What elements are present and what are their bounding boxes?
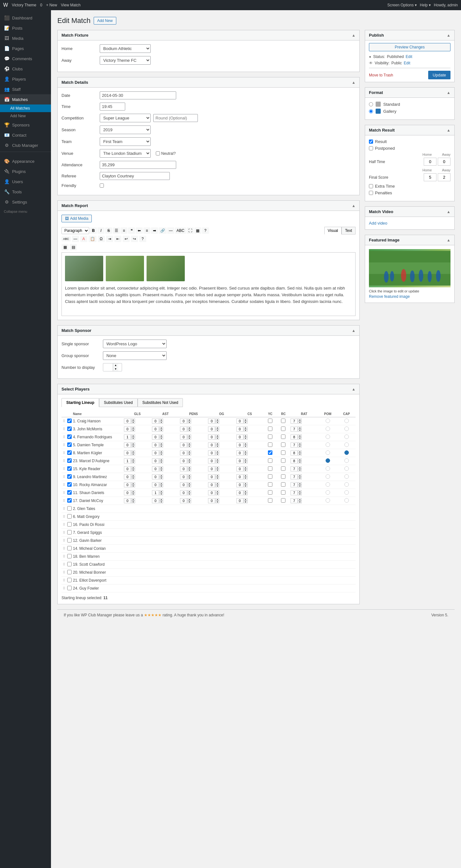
featured-image-toggle[interactable]: ▲ <box>447 238 451 242</box>
sidebar-item-contact[interactable]: 📧 Contact <box>0 130 51 140</box>
date-input[interactable] <box>100 91 176 99</box>
outdent-btn[interactable]: ⇤ <box>114 236 121 242</box>
format-toggle[interactable]: ▲ <box>447 90 451 95</box>
drag-handle[interactable]: ⠿ <box>61 585 67 592</box>
friendly-checkbox[interactable] <box>100 184 104 188</box>
neutral-check[interactable]: Neutral? <box>156 151 176 156</box>
sidebar-item-comments[interactable]: 💬 Comments <box>0 54 51 64</box>
select-players-header[interactable]: Select Players ▲ <box>58 384 359 394</box>
season-select[interactable]: 2019 <box>100 125 151 134</box>
add-video-link[interactable]: Add video <box>369 221 388 225</box>
drag-handle[interactable]: ⠿ <box>61 417 67 425</box>
match-video-toggle[interactable]: ▲ <box>447 210 451 214</box>
paragraph-select[interactable]: Paragraph <box>61 227 89 234</box>
drag-handle[interactable]: ⠿ <box>61 441 67 449</box>
undo-btn[interactable]: ↩ <box>123 236 130 242</box>
drag-handle[interactable]: ⠿ <box>61 513 67 521</box>
venue-select[interactable]: The London Stadium <box>100 149 151 158</box>
drag-handle[interactable]: ⠿ <box>61 545 67 553</box>
drag-handle[interactable]: ⠿ <box>61 449 67 457</box>
drag-handle[interactable]: ⠿ <box>61 505 67 513</box>
player-checkbox[interactable] <box>67 530 72 534</box>
sidebar-item-posts[interactable]: 📝 Posts <box>0 23 51 33</box>
halftime-away-input[interactable] <box>438 158 451 166</box>
drag-handle[interactable]: ⠿ <box>61 561 67 568</box>
extratime-checkbox[interactable] <box>369 184 373 188</box>
away-select[interactable]: Bodium Athletic Victory Theme FC <box>100 56 151 65</box>
player-checkbox[interactable] <box>67 554 72 558</box>
player-checkbox[interactable] <box>67 442 72 447</box>
match-report-toggle[interactable]: ▲ <box>352 204 356 208</box>
player-checkbox[interactable] <box>67 578 72 582</box>
add-new-button[interactable]: Add New <box>94 17 116 25</box>
more-btn[interactable]: — <box>167 227 174 234</box>
sidebar-item-pages[interactable]: 📄 Pages <box>0 43 51 54</box>
visual-tab[interactable]: Visual <box>324 227 341 235</box>
substitutes-not-used-tab[interactable]: Substitutes Not Used <box>137 398 183 407</box>
text-tab[interactable]: Text <box>341 227 356 235</box>
match-fixture-toggle[interactable]: ▲ <box>352 33 356 38</box>
ol-btn[interactable]: ≡ <box>120 227 127 234</box>
match-details-toggle[interactable]: ▲ <box>352 80 356 85</box>
penalties-checkbox[interactable] <box>369 191 373 195</box>
number-display-input[interactable]: ▲ ▼ <box>103 363 122 371</box>
sidebar-item-appearance[interactable]: 🎨 Appearance <box>0 156 51 166</box>
player-checkbox[interactable] <box>67 427 72 431</box>
drag-handle[interactable]: ⠿ <box>61 537 67 545</box>
competition-select[interactable]: Super League <box>100 114 151 122</box>
update-btn[interactable]: Update <box>428 71 451 79</box>
align-right-btn[interactable]: ➡ <box>151 227 158 234</box>
collapse-menu[interactable]: Collapse menu <box>0 207 51 216</box>
player-checkbox[interactable] <box>67 466 72 471</box>
match-result-header[interactable]: Match Result ▲ <box>365 125 454 135</box>
player-checkbox[interactable] <box>67 474 72 479</box>
match-sponsor-toggle[interactable]: ▲ <box>352 329 356 333</box>
toolbar-toggle-btn[interactable]: ▦ <box>194 227 201 234</box>
abc-btn[interactable]: ABC <box>61 236 71 242</box>
status-edit-link[interactable]: Edit <box>405 55 412 59</box>
redo-btn[interactable]: ↪ <box>131 236 138 242</box>
featured-image-header[interactable]: Featured Image ▲ <box>365 235 454 245</box>
sidebar-item-users[interactable]: 👤 Users <box>0 177 51 187</box>
finalscore-away-input[interactable] <box>438 173 451 181</box>
team-select[interactable]: First Team <box>100 137 151 146</box>
align-center-btn[interactable]: ≡ <box>143 227 150 234</box>
number-down-btn[interactable]: ▼ <box>113 367 118 371</box>
match-report-header[interactable]: Match Report ▲ <box>58 201 359 211</box>
format-gallery-radio[interactable] <box>369 109 373 114</box>
sidebar-item-clubmanager[interactable]: ⚙ Club Manager <box>0 140 51 150</box>
ul-btn[interactable]: ☰ <box>113 227 120 234</box>
time-input[interactable] <box>100 102 125 111</box>
sidebar-item-settings[interactable]: ⚙ Settings <box>0 197 51 207</box>
report-editor[interactable]: Lorem ipsum dolor sit amet, consectetur … <box>61 252 356 316</box>
italic-btn[interactable]: I <box>97 227 104 234</box>
drag-handle[interactable]: ⠿ <box>61 433 67 441</box>
player-checkbox[interactable] <box>67 506 72 510</box>
round-input[interactable] <box>153 114 198 122</box>
match-video-header[interactable]: Match Video ▲ <box>365 207 454 217</box>
player-checkbox[interactable] <box>67 546 72 551</box>
sidebar-item-plugins[interactable]: 🔌 Plugins <box>0 166 51 177</box>
home-select[interactable]: Bodium Athletic Victory Theme FC <box>100 44 151 53</box>
fullscreen-btn[interactable]: ⛶ <box>187 227 194 234</box>
drag-handle[interactable]: ⠿ <box>61 473 67 481</box>
drag-handle[interactable]: ⠿ <box>61 497 67 505</box>
notif-count[interactable]: 0 <box>40 3 42 7</box>
number-display-field[interactable] <box>103 364 113 371</box>
preview-changes-btn[interactable]: Preview Changes <box>369 43 451 51</box>
view-match-link[interactable]: View Match <box>61 3 81 7</box>
indent-btn[interactable]: — <box>72 236 79 242</box>
drag-handle[interactable]: ⠿ <box>61 529 67 537</box>
report-image-3[interactable] <box>147 256 185 281</box>
link-btn[interactable]: 🔗 <box>159 227 166 234</box>
remove-featured-image-link[interactable]: Remove featured image <box>369 294 451 299</box>
bold-btn[interactable]: B <box>90 227 97 234</box>
report-image-2[interactable] <box>106 256 144 281</box>
drag-handle[interactable]: ⠿ <box>61 568 67 577</box>
drag-handle[interactable]: ⠿ <box>61 457 67 465</box>
trash-link[interactable]: Move to Trash <box>369 73 393 78</box>
player-checkbox[interactable] <box>67 570 72 574</box>
help2-btn[interactable]: ? <box>139 236 146 242</box>
featured-image[interactable] <box>369 249 451 287</box>
player-checkbox[interactable] <box>67 562 72 566</box>
